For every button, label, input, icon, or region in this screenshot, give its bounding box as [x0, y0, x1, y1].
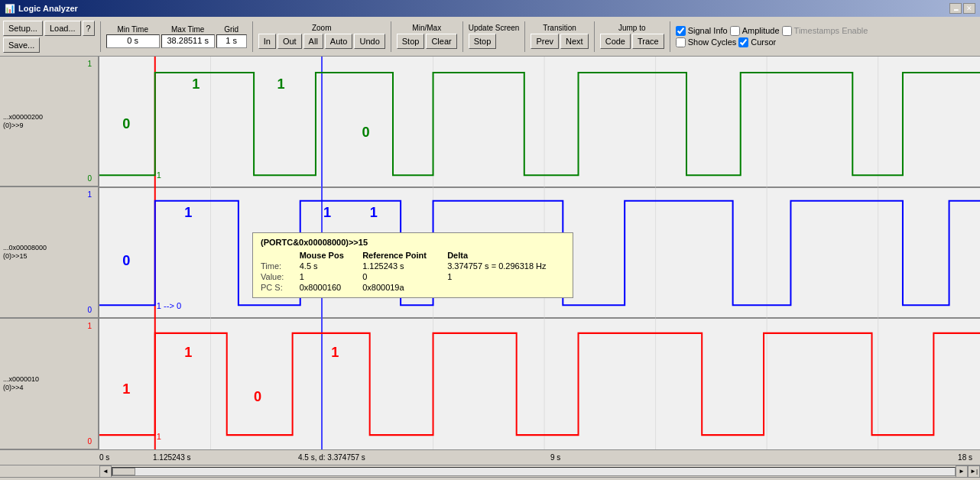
separator-7	[670, 21, 670, 52]
jump-trace-button[interactable]: Trace	[632, 34, 664, 49]
ruler-mark-1: 1.125243 s	[153, 453, 191, 462]
tooltip-table: Mouse Pos Reference Point Delta Time: 4.…	[261, 250, 565, 293]
tooltip-value-delta: 1	[441, 271, 565, 282]
pin-button[interactable]: 🗕	[949, 3, 962, 14]
signal-info-label: Signal Info	[688, 26, 728, 35]
separator-1	[100, 21, 101, 52]
scroll-track[interactable]	[112, 467, 956, 476]
title-bar: 📊 Logic Analyzer 🗕 ✕	[0, 0, 980, 17]
min-time-value[interactable]: 0 s	[106, 34, 160, 48]
signal-1-value-low: 0	[87, 174, 92, 183]
svg-text:1: 1	[122, 380, 130, 396]
update-stop-button[interactable]: Stop	[469, 34, 497, 49]
tooltip-pc-delta	[441, 282, 565, 293]
svg-text:1: 1	[192, 76, 200, 92]
minmax-clear-button[interactable]: Clear	[426, 34, 456, 49]
signal-2-value-high: 1	[87, 190, 92, 199]
setup-button[interactable]: Setup...	[3, 21, 43, 36]
ruler-mark-4: 18 s	[958, 453, 972, 462]
separator-3	[391, 21, 391, 52]
tooltip-value-row: Value: 1 0 1	[261, 271, 565, 282]
waveform-display[interactable]: 0 1 1 0 1 0, d: 65535 0 1 0 1 1 1 --> 0 …	[99, 57, 980, 449]
scroll-left-button[interactable]: ◄	[99, 465, 112, 478]
transition-group: Transition Prev Next	[531, 24, 588, 49]
zoom-all-button[interactable]: All	[303, 34, 323, 49]
load-button[interactable]: Load...	[44, 21, 81, 36]
tooltip-header-delta: Delta	[441, 250, 565, 261]
svg-text:0: 0	[122, 115, 130, 131]
jump-code-button[interactable]: Code	[600, 34, 631, 49]
separator-5	[524, 21, 525, 52]
tooltip-time-refpoint: 1.125243 s	[356, 261, 441, 271]
cursor-checkbox[interactable]	[738, 37, 748, 47]
tab-bar: 🖥 Disassembly 〰 Logic Analyzer 📈 System …	[0, 477, 980, 480]
grid-value[interactable]: 1 s	[216, 34, 247, 48]
cycles-cursor-row: Show Cycles Cursor	[676, 37, 868, 47]
tooltip-pc-refpoint: 0x800019a	[356, 282, 441, 293]
grid-label: Grid	[224, 25, 239, 34]
zoom-in-button[interactable]: In	[258, 34, 276, 49]
minmax-stop-button[interactable]: Stop	[397, 34, 425, 49]
transition-label: Transition	[531, 24, 588, 32]
tooltip-header-row: Mouse Pos Reference Point Delta	[261, 250, 565, 261]
tooltip-pc-row: PC S: 0x8000160 0x800019a	[261, 282, 565, 293]
timestamps-label: Timestamps Enable	[794, 26, 868, 35]
update-screen-group: Update Screen Stop	[469, 24, 520, 49]
signal-2-value-low: 0	[87, 306, 92, 314]
tooltip-header-mousepos: Mouse Pos	[294, 250, 356, 261]
zoom-group: Zoom In Out All Auto Undo	[258, 24, 385, 49]
signal-3-text: ...x0000010(0)>>4	[3, 375, 39, 392]
horizontal-scrollbar: ◄ ► ►|	[0, 465, 980, 477]
max-time-value[interactable]: 38.28511 s	[161, 34, 215, 48]
tooltip-time-label: Time:	[261, 261, 294, 271]
transition-next-button[interactable]: Next	[560, 34, 589, 49]
timestamps-checkbox[interactable]	[782, 26, 792, 36]
tooltip-value-label: Value:	[261, 271, 294, 282]
show-cycles-checkbox[interactable]	[676, 37, 686, 47]
save-button[interactable]: Save...	[3, 37, 40, 53]
zoom-auto-button[interactable]: Auto	[325, 34, 353, 49]
tooltip-header-refpoint: Reference Point	[356, 250, 441, 261]
ruler-mark-3: 9 s	[550, 453, 560, 462]
tooltip-time-mousepos: 4.5 s	[294, 261, 356, 271]
min-time-field: Min Time 0 s	[106, 25, 160, 48]
svg-text:1: 1	[184, 344, 192, 360]
toolbar: Setup... Load... ? Save... Min Time 0 s …	[0, 17, 980, 57]
signal-label-3: 1 ...x0000010(0)>>4 0	[0, 319, 98, 449]
tooltip-pc-label: PC S:	[261, 282, 294, 293]
title-bar-text: Logic Analyzer	[18, 4, 78, 13]
svg-text:1 --> 0: 1 --> 0	[157, 301, 181, 310]
grid-field: Grid 1 s	[216, 25, 247, 48]
signal-info-checkbox[interactable]	[676, 26, 686, 36]
max-time-label: Max Time	[171, 25, 204, 34]
cursor-label: Cursor	[751, 37, 776, 47]
ruler-mark-0: 0 s	[99, 453, 109, 462]
svg-text:1: 1	[157, 432, 161, 441]
signal-1-value-high: 1	[87, 60, 92, 68]
separator-4	[462, 21, 463, 52]
scroll-thumb[interactable]	[112, 468, 135, 475]
separator-6	[594, 21, 595, 52]
svg-text:0: 0	[254, 388, 261, 404]
jump-to-label: Jump to	[600, 24, 664, 32]
scroll-right-button[interactable]: ►	[956, 465, 968, 478]
ruler-mark-2: 4.5 s, d: 3.374757 s	[298, 453, 365, 462]
close-button[interactable]: ✕	[963, 3, 975, 14]
zoom-out-button[interactable]: Out	[277, 34, 302, 49]
scroll-end-button[interactable]: ►|	[968, 465, 980, 478]
help-button[interactable]: ?	[83, 21, 95, 36]
max-time-field: Max Time 38.28511 s	[161, 25, 215, 48]
svg-text:1: 1	[157, 170, 161, 180]
signal-info-row: Signal Info Amplitude Timestamps Enable	[676, 26, 868, 36]
transition-prev-button[interactable]: Prev	[531, 34, 559, 49]
amplitude-checkbox[interactable]	[730, 26, 740, 36]
signal-1-text: ...x00000200(0)>>9	[3, 113, 43, 130]
svg-text:1: 1	[323, 203, 331, 219]
tooltip-time-row: Time: 4.5 s 1.125243 s 3.374757 s = 0.29…	[261, 261, 565, 271]
svg-text:1: 1	[331, 344, 339, 360]
jump-to-group: Jump to Code Trace	[600, 24, 664, 49]
show-cycles-label: Show Cycles	[688, 37, 737, 47]
zoom-undo-button[interactable]: Undo	[354, 34, 385, 49]
tooltip-time-delta: 3.374757 s = 0.296318 Hz	[441, 261, 565, 271]
signal-labels-panel: 1 ...x00000200(0)>>9 0 1 ...0x00008000(0…	[0, 57, 99, 449]
